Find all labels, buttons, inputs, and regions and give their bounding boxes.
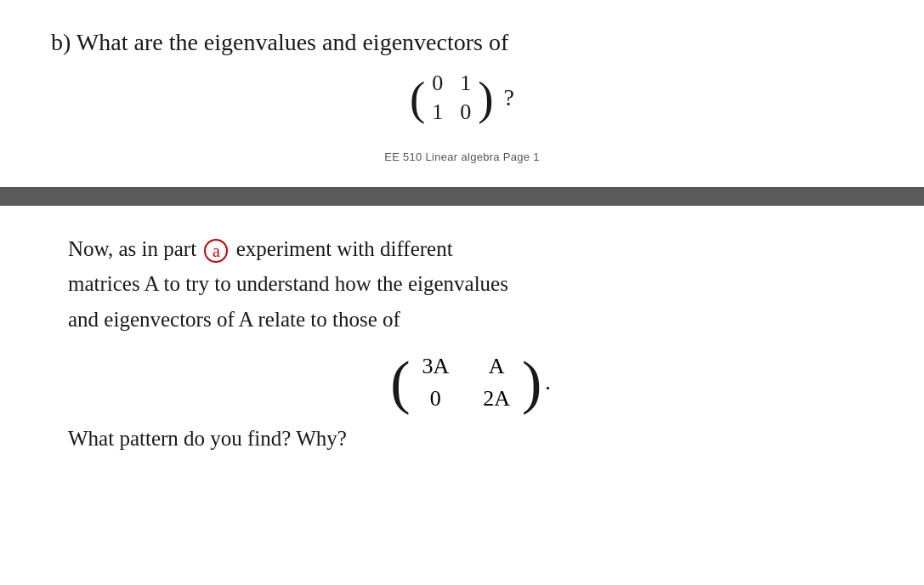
cell-0-1: 1 [460,71,471,96]
now-text: Now, as in part [68,237,201,260]
divider-bar [0,187,924,206]
paragraph-line2: matrices A to try to understand how the … [68,266,873,301]
cell2-0-1: A [483,354,510,379]
cell2-1-1: 2A [483,386,510,412]
cell2-1-0: 0 [422,386,449,412]
left-paren: ( [410,75,425,122]
page-container: b) What are the eigenvalues and eigenvec… [0,0,924,585]
question-text: b) What are the eigenvalues and eigenvec… [51,26,873,59]
cell-1-1: 0 [460,99,471,125]
page-footer: EE 510 Linear algebra Page 1 [51,145,873,170]
matrix2-display: ( 3A A 0 2A ) . [68,347,873,418]
matrix2-inner: 3A A 0 2A [410,347,522,418]
paragraph-line3: and eigenvectors of A relate to those of [68,302,873,337]
experiment-text: experiment with different [230,237,452,260]
paragraph-block: Now, as in part a experiment with differ… [68,231,873,337]
top-section: b) What are the eigenvalues and eigenvec… [0,0,924,187]
cell2-0-0: 3A [422,354,449,379]
right-paren2: ) [522,353,541,412]
handwritten-top: b) What are the eigenvalues and eigenvec… [51,26,873,128]
bottom-section: Now, as in part a experiment with differ… [0,206,924,585]
matrix2-bracket: ( 3A A 0 2A ) [390,347,541,418]
circled-a: a [204,239,228,263]
question-mark: ? [504,84,514,111]
right-paren: ) [478,75,493,122]
paragraph-line1: Now, as in part a experiment with differ… [68,231,873,266]
matrix-display: ( 0 1 1 0 ) ? [51,67,873,128]
cell-1-0: 1 [432,99,443,125]
matrix-inner: 0 1 1 0 [425,67,478,128]
left-paren2: ( [390,353,410,412]
last-line: What pattern do you find? Why? [68,427,873,451]
period: . [545,370,551,395]
matrix-bracket: ( 0 1 1 0 ) [410,67,494,128]
cell-0-0: 0 [432,71,443,96]
